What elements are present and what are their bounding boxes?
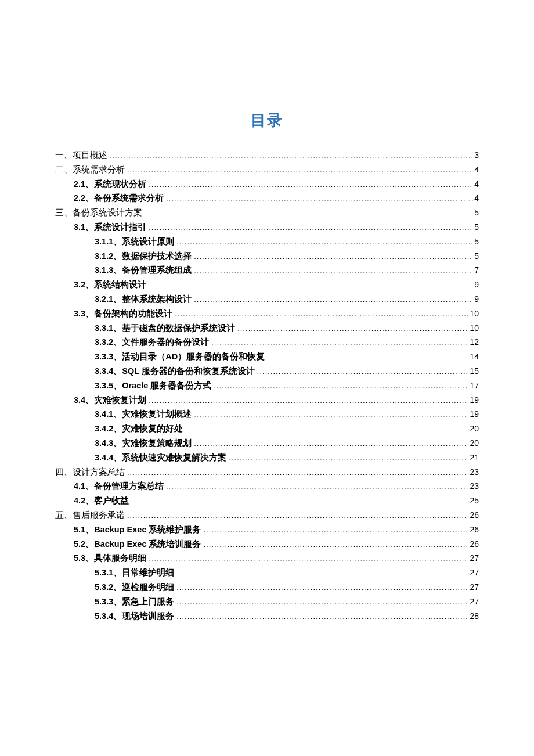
toc-entry-label: 一、项目概述: [55, 148, 107, 163]
toc-leader-dots: [149, 221, 473, 230]
toc-entry-number: 3.3.5、: [95, 381, 122, 390]
toc-entry: 3.3.5、Oracle 服务器备份方式17: [55, 379, 479, 393]
toc-leader-dots: [131, 495, 468, 504]
toc-entry-label: 3.4.1、灾难恢复计划概述: [95, 407, 192, 422]
toc-entry-number: 5.3.1、: [95, 568, 122, 577]
toc-entry-page: 21: [468, 451, 479, 465]
toc-entry-label: 四、设计方案总结: [55, 465, 125, 480]
toc-entry-label: 3.1、系统设计指引: [74, 220, 146, 235]
toc-entry-text: 具体服务明细: [94, 553, 146, 563]
toc-leader-dots: [176, 236, 473, 244]
toc-entry: 3.3.3、活动目录（AD）服务器的备份和恢复14: [55, 350, 479, 364]
toc-leader-dots: [149, 394, 468, 403]
toc-entry-number: 3.2.1、: [95, 294, 122, 304]
toc-entry: 三、备份系统设计方案5: [55, 206, 479, 220]
toc-entry: 3.4、灾难恢复计划19: [55, 393, 479, 408]
toc-entry-label: 5.3、具体服务明细: [74, 551, 146, 566]
toc-entry-label: 3.4.4、系统快速灾难恢复解决方案: [95, 451, 226, 465]
toc-entry-number: 3.1.2、: [95, 251, 122, 261]
toc-entry-number: 3.3.1、: [95, 323, 122, 333]
toc-entry-label: 3.2、系统结构设计: [74, 278, 146, 292]
toc-entry-page: 3: [473, 149, 479, 163]
document-page: 目录 一、项目概述3二、系统需求分析42.1、系统现状分析42.2、备份系统需求…: [0, 0, 534, 756]
toc-leader-dots: [194, 437, 468, 446]
toc-entry-page: 23: [468, 480, 479, 494]
toc-entry-number: 3.4.1、: [95, 409, 122, 419]
toc-entry-number: 3.4.4、: [95, 453, 122, 462]
toc-entry-text: 备份架构的功能设计: [94, 309, 172, 318]
toc-entry-page: 10: [468, 322, 479, 336]
toc-entry-label: 5.3.3、紧急上门服务: [95, 595, 174, 609]
toc-leader-dots: [149, 279, 473, 288]
toc-entry-text: 系统设计指引: [94, 222, 146, 232]
toc-leader-dots: [194, 265, 473, 273]
toc-entry-number: 3.2、: [74, 280, 94, 289]
toc-entry-number: 3.3.2、: [95, 337, 122, 347]
toc-entry-label: 五、售后服务承诺: [55, 508, 125, 523]
toc-entry: 3.3.1、基于磁盘的数据保护系统设计10: [55, 321, 479, 336]
toc-entry: 5.1、Backup Exec 系统维护服务26: [55, 523, 479, 537]
toc-entry-page: 23: [468, 466, 479, 480]
toc-entry-label: 3.3.1、基于磁盘的数据保护系统设计: [95, 321, 235, 336]
toc-entry-page: 19: [468, 408, 479, 422]
toc-title: 目录: [55, 110, 479, 131]
toc-entry-label: 2.1、系统现状分析: [74, 177, 146, 192]
toc-entry: 5.3.1、日常维护明细27: [55, 566, 479, 580]
toc-entry-label: 3.4.2、灾难恢复的好处: [95, 422, 183, 436]
toc-entry-label: 5.3.2、巡检服务明细: [95, 580, 174, 595]
toc-entry-label: 3.3.2、文件服务器的备份设计: [95, 335, 209, 350]
toc-entry-label: 二、系统需求分析: [55, 163, 125, 177]
toc-leader-dots: [127, 509, 468, 518]
toc-entry: 3.1.2、数据保护技术选择5: [55, 249, 479, 264]
toc-entry: 5.3.2、巡检服务明细27: [55, 580, 479, 595]
toc-entry-number: 5.3.3、: [95, 597, 122, 606]
toc-entry-number: 5.3.2、: [95, 582, 122, 592]
toc-entry-text: 五、售后服务承诺: [55, 510, 125, 520]
toc-entry-label: 3.1.1、系统设计原则: [95, 235, 174, 249]
toc-entry-page: 7: [473, 264, 479, 278]
toc-entry-label: 3.4、灾难恢复计划: [74, 393, 146, 408]
toc-entry: 4.1、备份管理方案总结23: [55, 479, 479, 494]
toc-entry-label: 3.3.3、活动目录（AD）服务器的备份和恢复: [95, 350, 265, 364]
toc-entry-text: 紧急上门服务: [122, 597, 174, 606]
toc-leader-dots: [185, 423, 468, 432]
toc-entry-text: 整体系统架构设计: [122, 294, 192, 304]
toc-entry-number: 2.2、: [74, 193, 94, 203]
toc-entry-page: 20: [468, 422, 479, 436]
toc-entry-number: 4.1、: [74, 481, 94, 491]
toc-entry-text: 系统结构设计: [94, 280, 146, 289]
toc-entry-label: 3.3、备份架构的功能设计: [74, 307, 172, 321]
toc-leader-dots: [229, 452, 468, 460]
toc-entry-label: 3.1.2、数据保护技术选择: [95, 249, 192, 264]
toc-entry-page: 28: [468, 610, 479, 624]
toc-entry-text: SQL 服务器的备份和恢复系统设计: [122, 366, 255, 376]
toc-leader-dots: [176, 567, 468, 576]
toc-entry-number: 3.1.1、: [95, 237, 122, 246]
toc-entry-page: 27: [468, 595, 479, 609]
toc-entry: 5.2、Backup Exec 系统培训服务26: [55, 537, 479, 552]
toc-entry-label: 5.1、Backup Exec 系统维护服务: [74, 523, 201, 537]
toc-entry: 5.3.3、紧急上门服务27: [55, 595, 479, 609]
toc-entry: 2.2、备份系统需求分析4: [55, 191, 479, 206]
toc-entry-text: 巡检服务明细: [122, 582, 174, 592]
toc-entry-text: 备份管理系统组成: [122, 265, 192, 275]
toc-entry-label: 3.3.4、SQL 服务器的备份和恢复系统设计: [95, 364, 255, 379]
toc-entry-number: 4.2、: [74, 496, 94, 505]
toc-leader-dots: [127, 466, 468, 475]
toc-entry-text: 灾难恢复计划概述: [122, 409, 192, 419]
toc-entry-page: 5: [473, 250, 479, 264]
toc-leader-dots: [176, 581, 468, 590]
toc-entry-page: 10: [468, 307, 479, 321]
toc-entry: 4.2、客户收益25: [55, 494, 479, 508]
toc-entry-number: 2.1、: [74, 179, 94, 189]
toc-leader-dots: [267, 351, 468, 360]
toc-leader-dots: [257, 365, 469, 374]
toc-entry: 一、项目概述3: [55, 148, 479, 163]
toc-entry-label: 2.2、备份系统需求分析: [74, 191, 164, 206]
toc-entry-text: Backup Exec 系统培训服务: [94, 539, 201, 549]
toc-entry-text: Oracle 服务器备份方式: [122, 381, 211, 390]
toc-entry-text: 现场培训服务: [122, 611, 174, 621]
toc-entry: 5.3.4、现场培训服务28: [55, 609, 479, 624]
toc-entry: 3.1.3、备份管理系统组成7: [55, 263, 479, 278]
toc-entry-number: 5.2、: [74, 539, 94, 549]
